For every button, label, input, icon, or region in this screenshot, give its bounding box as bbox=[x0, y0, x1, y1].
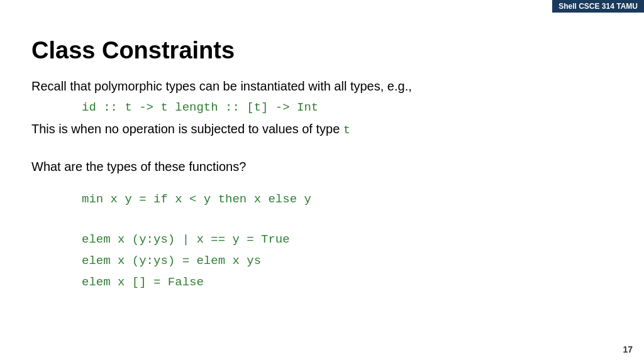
slide-title: Class Constraints bbox=[31, 38, 613, 64]
intro-line2-text: This is when no operation is subjected t… bbox=[31, 122, 343, 136]
code-elem-line-1: elem x (y:ys) | x == y = True bbox=[82, 229, 613, 250]
code-elem-line-3: elem x [] = False bbox=[82, 272, 613, 293]
slide-content: Class Constraints Recall that polymorphi… bbox=[0, 13, 644, 305]
intro-line2: This is when no operation is subjected t… bbox=[31, 119, 613, 140]
top-bar: Shell CSCE 314 TAMU bbox=[552, 0, 644, 13]
intro-code1: id :: t -> t length :: [t] -> Int bbox=[82, 98, 613, 117]
code-min-block: min x y = if x < y then x else y bbox=[82, 189, 613, 210]
code-elem-line-2: elem x (y:ys) = elem x ys bbox=[82, 250, 613, 272]
page-number: 17 bbox=[623, 344, 633, 354]
question-text: What are the types of these functions? bbox=[31, 157, 613, 176]
intro-line1: Recall that polymorphic types can be ins… bbox=[31, 77, 613, 96]
code-min-line: min x y = if x < y then x else y bbox=[82, 189, 613, 210]
intro-line2-code: t bbox=[343, 123, 350, 137]
code-elem-block: elem x (y:ys) | x == y = True elem x (y:… bbox=[82, 229, 613, 293]
